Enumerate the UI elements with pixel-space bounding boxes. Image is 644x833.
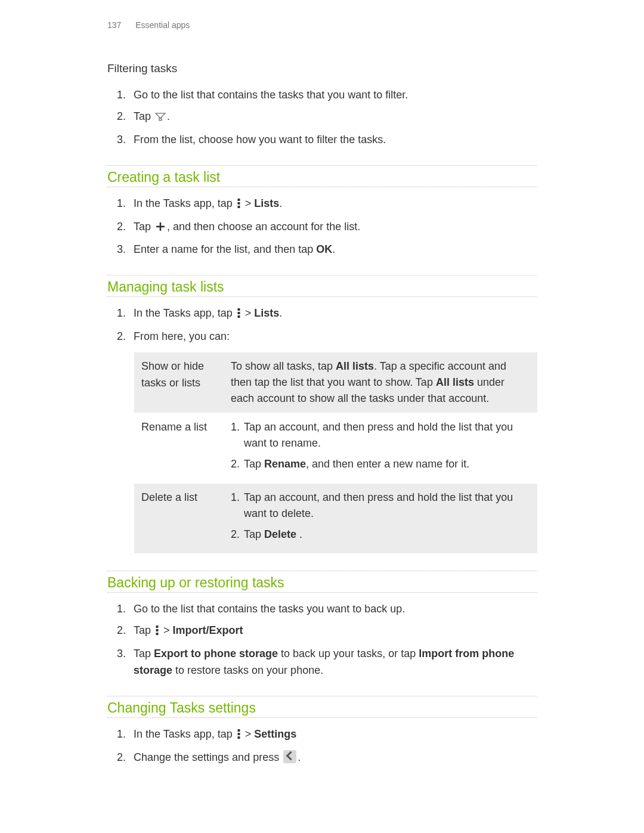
ui-label: All lists xyxy=(336,360,374,372)
svg-rect-8 xyxy=(237,312,240,314)
step-text: In the Tasks app, tap xyxy=(134,197,236,209)
inner-step: 2.Tap Rename, and then enter a new name … xyxy=(231,456,529,472)
managing-task-table: Show or hide tasks or lists To show all … xyxy=(134,351,538,554)
svg-rect-12 xyxy=(156,633,159,635)
step: 1. In the Tasks app, tap > Lists. xyxy=(134,196,537,214)
overflow-menu-icon xyxy=(237,197,241,214)
ui-label: Delete xyxy=(264,528,296,540)
table-row-label: Rename a list xyxy=(134,413,228,483)
text: Tap an account, and then press and hold … xyxy=(244,421,513,449)
ui-label: All lists xyxy=(436,376,474,388)
step: 3. Tap Export to phone storage to back u… xyxy=(134,646,537,679)
step-text: > xyxy=(242,728,255,740)
settings-steps: 1. In the Tasks app, tap > Settings 2. C… xyxy=(107,726,537,769)
svg-rect-14 xyxy=(237,733,240,735)
step-text: Tap xyxy=(134,624,154,636)
heading-backup-restore: Backing up or restoring tasks xyxy=(107,571,537,593)
heading-managing-task-lists: Managing task lists xyxy=(107,275,537,297)
text: Tap xyxy=(244,458,264,470)
step: 3. From the list, choose how you want to… xyxy=(134,132,537,148)
step: 1. Go to the list that contains the task… xyxy=(134,87,537,104)
svg-rect-10 xyxy=(156,625,159,628)
overflow-menu-icon xyxy=(155,624,159,641)
managing-steps: 1. In the Tasks app, tap > Lists. 2. Fro… xyxy=(107,305,537,554)
table-row-body: 1.Tap an account, and then press and hol… xyxy=(228,413,537,483)
step-text: to restore tasks on your phone. xyxy=(172,664,323,676)
step-text: Go to the list that contains the tasks y… xyxy=(134,603,405,615)
inner-step: 1.Tap an account, and then press and hol… xyxy=(231,490,529,522)
step-text: . xyxy=(298,751,301,763)
text: Tap an account, and then press and hold … xyxy=(244,491,513,519)
step: 2. Tap , and then choose an account for … xyxy=(134,219,537,237)
step: 1. In the Tasks app, tap > Lists. xyxy=(134,305,537,324)
text: Tap xyxy=(244,528,264,540)
step-text: > xyxy=(242,197,255,209)
text: . xyxy=(296,528,302,540)
step-text: to back up your tasks, or tap xyxy=(278,648,419,659)
step-text: > xyxy=(242,307,255,319)
creating-steps: 1. In the Tasks app, tap > Lists. 2. Tap… xyxy=(107,196,537,259)
table-row-body: To show all tasks, tap All lists. Tap a … xyxy=(228,352,537,413)
heading-changing-settings: Changing Tasks settings xyxy=(107,696,537,718)
table-row-label: Delete a list xyxy=(134,484,228,553)
table-row-body: 1.Tap an account, and then press and hol… xyxy=(228,484,537,553)
svg-rect-7 xyxy=(237,308,240,311)
step: 3. Enter a name for the list, and then t… xyxy=(134,241,537,258)
svg-rect-9 xyxy=(237,315,240,318)
svg-rect-4 xyxy=(237,206,240,208)
step-text: . xyxy=(167,110,170,122)
step-text: From here, you can: xyxy=(134,330,230,342)
ui-label: Lists xyxy=(254,197,279,209)
svg-rect-2 xyxy=(237,199,240,201)
ui-label: Import/Export xyxy=(173,624,243,636)
overflow-menu-icon xyxy=(237,307,241,324)
step: 2. Change the settings and press . xyxy=(134,750,537,769)
svg-rect-11 xyxy=(156,629,159,631)
document-page: 137 Essential apps Filtering tasks 1. Go… xyxy=(0,0,644,833)
step-text: Tap xyxy=(134,110,154,122)
ui-label: Export to phone storage xyxy=(154,648,278,659)
ui-label: Settings xyxy=(254,728,296,740)
step-text: From the list, choose how you want to fi… xyxy=(134,134,386,145)
table-row-label: Show or hide tasks or lists xyxy=(134,352,228,413)
inner-step: 2.Tap Delete . xyxy=(231,527,529,543)
table-row: Show or hide tasks or lists To show all … xyxy=(134,352,537,413)
table-row: Delete a list 1.Tap an account, and then… xyxy=(134,483,537,553)
page-header: 137 Essential apps xyxy=(107,20,537,30)
step: 2. Tap . xyxy=(134,109,537,127)
step-text: In the Tasks app, tap xyxy=(134,728,236,740)
step-text: . xyxy=(279,197,282,209)
step: 2. From here, you can: Show or hide task… xyxy=(134,329,537,554)
text: , and then enter a new name for it. xyxy=(306,458,469,470)
svg-rect-13 xyxy=(237,729,240,732)
ui-label: Lists xyxy=(254,307,279,319)
filter-icon xyxy=(155,110,166,127)
step-text: In the Tasks app, tap xyxy=(134,307,236,319)
page-section-label: Essential apps xyxy=(135,20,190,30)
step-text: . xyxy=(332,243,335,255)
step-text: Change the settings and press xyxy=(134,751,282,763)
heading-filtering-tasks: Filtering tasks xyxy=(107,62,537,75)
ui-label: OK xyxy=(316,243,332,255)
back-icon xyxy=(283,750,296,769)
svg-rect-3 xyxy=(237,202,240,205)
ui-label: Rename xyxy=(264,458,306,470)
step-text: Go to the list that contains the tasks t… xyxy=(134,89,408,101)
page-number: 137 xyxy=(107,20,121,30)
filtering-steps: 1. Go to the list that contains the task… xyxy=(107,87,537,148)
overflow-menu-icon xyxy=(237,728,241,745)
svg-rect-15 xyxy=(237,736,240,739)
step-text: , and then choose an account for the lis… xyxy=(167,221,360,233)
step: 1. Go to the list that contains the task… xyxy=(134,601,537,618)
backup-steps: 1. Go to the list that contains the task… xyxy=(107,601,537,679)
heading-creating-task-list: Creating a task list xyxy=(107,165,537,187)
step-text: Tap xyxy=(134,648,154,659)
text: To show all tasks, tap xyxy=(231,360,336,372)
plus-icon xyxy=(155,221,166,237)
step: 1. In the Tasks app, tap > Settings xyxy=(134,726,537,745)
step-text: Tap xyxy=(134,221,154,233)
table-row: Rename a list 1.Tap an account, and then… xyxy=(134,413,537,483)
step-text: . xyxy=(279,307,282,319)
inner-step: 1.Tap an account, and then press and hol… xyxy=(231,419,529,451)
step-text: > xyxy=(160,624,173,636)
